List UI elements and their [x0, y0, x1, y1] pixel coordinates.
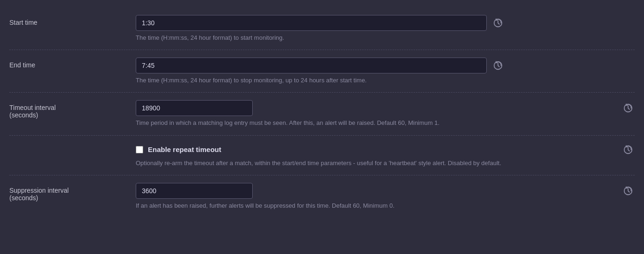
- enable-repeat-timeout-label: Enable repeat timeout: [148, 145, 221, 153]
- enable-repeat-timeout-checkbox[interactable]: [136, 146, 143, 153]
- enable-repeat-timeout-reset-icon[interactable]: [622, 143, 635, 156]
- timeout-interval-row: Timeout interval (seconds) Time period i…: [9, 93, 635, 135]
- suppression-interval-description: If an alert has been raised, further ale…: [136, 202, 635, 210]
- end-time-row: End time The time (H:mm:ss, 24 hour form…: [9, 50, 635, 93]
- start-time-row: Start time The time (H:mm:ss, 24 hour fo…: [9, 7, 635, 50]
- checkbox-label-row: Enable repeat timeout: [136, 145, 221, 153]
- timeout-interval-reset-icon[interactable]: [622, 102, 635, 115]
- timeout-interval-input[interactable]: [136, 100, 253, 116]
- timeout-interval-label: Timeout interval (seconds): [9, 100, 136, 119]
- timeout-interval-description: Time period in which a matching log entr…: [136, 119, 635, 127]
- end-time-label: End time: [9, 58, 136, 69]
- timeout-interval-content: Time period in which a matching log entr…: [136, 100, 635, 127]
- start-time-input[interactable]: [136, 15, 487, 31]
- settings-panel: Start time The time (H:mm:ss, 24 hour fo…: [0, 0, 644, 225]
- suppression-interval-input-row: [136, 183, 635, 199]
- suppression-interval-row: Suppression interval (seconds) If an ale…: [9, 175, 635, 218]
- end-time-content: The time (H:mm:ss, 24 hour format) to st…: [136, 58, 635, 85]
- timeout-interval-input-row: [136, 100, 635, 116]
- enable-repeat-timeout-row: Enable repeat timeout Optionally re-arm …: [9, 136, 635, 175]
- checkbox-label-wrapper: Enable repeat timeout: [136, 143, 635, 156]
- suppression-interval-label: Suppression interval (seconds): [9, 183, 136, 202]
- end-time-reset-icon[interactable]: [491, 59, 505, 72]
- start-time-input-row: [136, 15, 635, 31]
- suppression-interval-reset-icon[interactable]: [622, 184, 635, 197]
- enable-repeat-timeout-description: Optionally re-arm the timeout after a ma…: [136, 159, 635, 167]
- end-time-input-row: [136, 58, 635, 73]
- suppression-interval-input[interactable]: [136, 183, 253, 199]
- start-time-description: The time (H:mm:ss, 24 hour format) to st…: [136, 34, 635, 42]
- end-time-input[interactable]: [136, 58, 487, 73]
- start-time-content: The time (H:mm:ss, 24 hour format) to st…: [136, 15, 635, 42]
- start-time-label: Start time: [9, 15, 136, 26]
- start-time-reset-icon[interactable]: [491, 16, 505, 29]
- end-time-description: The time (H:mm:ss, 24 hour format) to st…: [136, 76, 635, 85]
- suppression-interval-content: If an alert has been raised, further ale…: [136, 183, 635, 210]
- enable-repeat-timeout-content: Enable repeat timeout Optionally re-arm …: [136, 143, 635, 167]
